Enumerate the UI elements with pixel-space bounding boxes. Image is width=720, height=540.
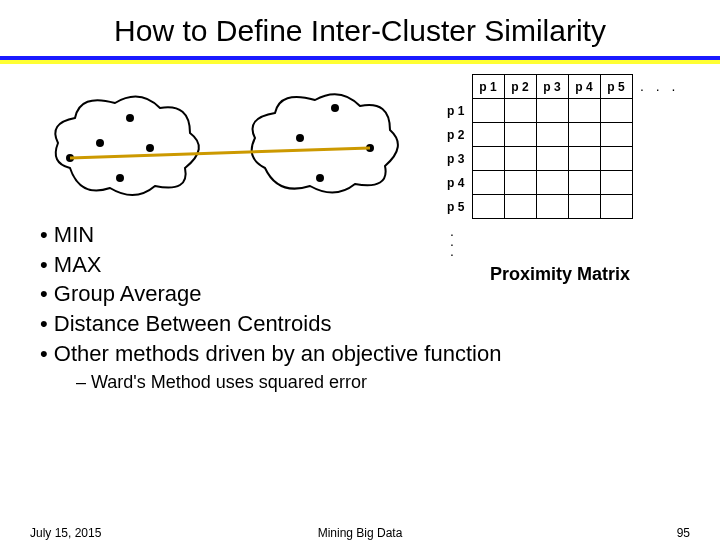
svg-point-5 bbox=[331, 104, 339, 112]
h-ellipsis-icon: . . . bbox=[640, 78, 679, 94]
cluster-diagram bbox=[40, 78, 410, 218]
svg-point-6 bbox=[296, 134, 304, 142]
bullet-objective: Other methods driven by an objective fun… bbox=[40, 339, 501, 369]
bullet-group-average: Group Average bbox=[40, 279, 501, 309]
title-underline bbox=[0, 56, 720, 64]
svg-point-0 bbox=[126, 114, 134, 122]
matrix-table: p 1 p 2 p 3 p 4 p 5 p 1 p 2 p 3 p 4 p 5 bbox=[440, 74, 633, 219]
content-area: p 1 p 2 p 3 p 4 p 5 p 1 p 2 p 3 p 4 p 5 … bbox=[0, 70, 720, 450]
row-h-2: p 2 bbox=[440, 123, 472, 147]
slide-title: How to Define Inter-Cluster Similarity bbox=[0, 0, 720, 56]
row-h-3: p 3 bbox=[440, 147, 472, 171]
col-h-2: p 2 bbox=[504, 75, 536, 99]
subbullet-ward: Ward's Method uses squared error bbox=[76, 370, 501, 394]
svg-point-1 bbox=[96, 139, 104, 147]
footer-date: July 15, 2015 bbox=[30, 526, 101, 540]
method-list: MIN MAX Group Average Distance Between C… bbox=[40, 220, 501, 395]
footer-title: Mining Big Data bbox=[318, 526, 403, 540]
row-h-5: p 5 bbox=[440, 195, 472, 219]
col-h-3: p 3 bbox=[536, 75, 568, 99]
row-h-1: p 1 bbox=[440, 99, 472, 123]
col-h-1: p 1 bbox=[472, 75, 504, 99]
col-h-4: p 4 bbox=[568, 75, 600, 99]
matrix-caption: Proximity Matrix bbox=[490, 264, 630, 285]
bullet-min: MIN bbox=[40, 220, 501, 250]
svg-point-2 bbox=[146, 144, 154, 152]
svg-point-4 bbox=[116, 174, 124, 182]
svg-line-9 bbox=[70, 148, 370, 158]
bullet-max: MAX bbox=[40, 250, 501, 280]
proximity-matrix: p 1 p 2 p 3 p 4 p 5 p 1 p 2 p 3 p 4 p 5 … bbox=[440, 74, 700, 219]
row-h-4: p 4 bbox=[440, 171, 472, 195]
col-h-5: p 5 bbox=[600, 75, 632, 99]
bullet-centroids: Distance Between Centroids bbox=[40, 309, 501, 339]
svg-point-8 bbox=[316, 174, 324, 182]
footer-page-number: 95 bbox=[677, 526, 690, 540]
